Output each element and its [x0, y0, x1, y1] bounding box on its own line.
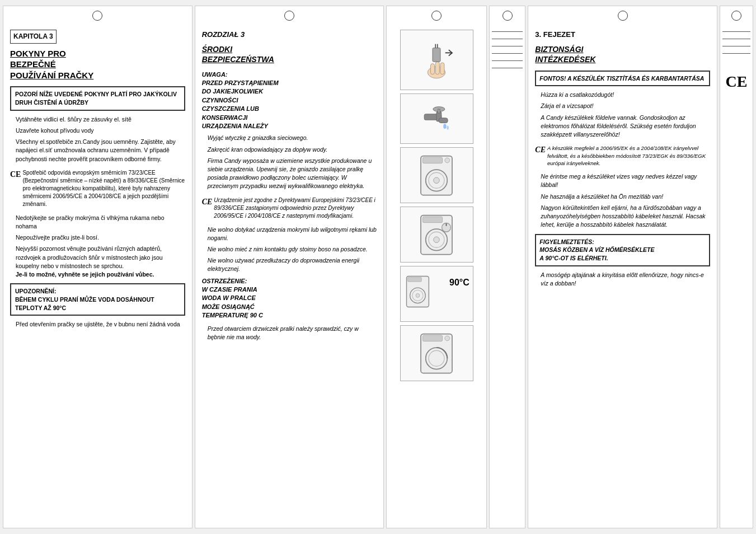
images-column: 90°C: [386, 6, 487, 528]
svg-point-17: [434, 177, 440, 184]
page-container: KAPITOLA 3 POKYNY PROBEZPEČNÉPOUŽÍVÁNÍ P…: [0, 0, 756, 534]
col5-section-box2: FIGYELMEZTETÉS:MOSÁS KÖZBEN A VÍZ HŐMÉRS…: [535, 234, 710, 266]
svg-point-30: [416, 293, 420, 297]
col5-para3: A Candy készülékek földelve vannak. Gond…: [541, 114, 710, 139]
col1-ce-text: Spotřebič odpovídá evropským směrnicím 7…: [22, 169, 185, 208]
divider-lines: [492, 31, 523, 68]
col2-para2: Zakręcić kran odpowiadający za dopływ wo…: [208, 146, 377, 154]
col5-para6: Nagyon körültekintően kell eljárni, ha a…: [541, 204, 710, 229]
svg-point-23: [434, 237, 440, 243]
svg-rect-1: [431, 63, 435, 74]
col5-para5: Ne használja a készüléket ha Ön mezítláb…: [541, 193, 710, 201]
h-line-5: [492, 60, 523, 61]
col1-para1: Vytáhněte vidlici el. šňůry ze zásuvky e…: [16, 115, 185, 124]
svg-rect-9: [439, 118, 448, 123]
col6-circle-marker: [731, 11, 741, 21]
washer-image1: [400, 147, 473, 203]
col1-warning-box2: UPOZORNĚNÍ:BĚHEM CYKLU PRANÍ MŮŽE VODA D…: [10, 283, 185, 316]
washer-image2: [400, 207, 473, 263]
col1-chapter: KAPITOLA 3: [10, 30, 57, 44]
svg-rect-31: [407, 278, 421, 282]
col3-circle-marker: [431, 11, 442, 21]
h-line-4: [492, 53, 523, 54]
col6-h-line-4: [722, 53, 750, 54]
czech-column: KAPITOLA 3 POKYNY PROBEZPEČNÉPOUŽÍVÁNÍ P…: [3, 6, 192, 528]
washer-image4: [400, 325, 473, 381]
svg-point-19: [445, 158, 450, 163]
col1-para3: Všechny el.spotřebiče zn.Candy jsou uemn…: [16, 138, 185, 163]
small-column: CE: [720, 6, 753, 528]
unplug-svg: [417, 36, 456, 84]
col1-warning-box: POZORÍ NÍŽE UVEDENÉ POKYNY PLATÍ PRO JAK…: [10, 86, 185, 110]
svg-rect-2: [436, 62, 440, 74]
col1-para6: Nejvyšší pozornost věnujte používání růz…: [16, 245, 185, 279]
col6-h-line-1: [722, 31, 750, 32]
unplug-image: [400, 30, 473, 90]
col2-warning-box2: OSTRZEŻENIE:W CZASIE PRANIAWODA W PRALCE…: [202, 277, 377, 320]
col1-main-title: POKYNY PROBEZPEČNÉPOUŽÍVÁNÍ PRAČKY: [10, 48, 185, 81]
col4-circle-marker: [503, 11, 513, 21]
polish-column: ROZDZIAŁ 3 ŚRODKIBEZPIECZEŃSTWA UWAGA:PR…: [195, 6, 384, 528]
hungarian-column: 3. FEJEZET BIZTONSÁGIINTÉZKEDÉSEK FONTOS…: [528, 6, 717, 528]
svg-rect-3: [440, 62, 444, 74]
col5-last-para: A mosógép ajtajának a kinyitása előtt el…: [541, 271, 710, 288]
col5-ce-icon: CE: [535, 144, 546, 156]
svg-point-12: [444, 124, 447, 129]
col2-chapter: ROZDZIAŁ 3: [202, 30, 245, 40]
tap-image: [400, 93, 473, 144]
col2-para5: Nie wolno mieć z nim kontaktu gdy stoimy…: [208, 245, 377, 254]
col1-circle-marker: [92, 11, 102, 21]
washer-svg2: [417, 211, 456, 259]
col2-para6: Nie wolno używać przedłużaczy do doprowa…: [208, 256, 377, 273]
col2-ce-block: CE Urządzenie jest zgodne z Dyrektywami …: [202, 196, 377, 220]
col5-para2: Zárja el a vízcsapot!: [541, 102, 710, 110]
svg-point-13: [447, 125, 449, 129]
col1-ce-icon: CE: [10, 169, 21, 180]
divider-column: [489, 6, 525, 528]
svg-rect-11: [438, 109, 440, 113]
col5-ce-block: CE A készülék megfelel a 2006/95/EK és a…: [535, 144, 710, 167]
col2-last-para: Przed otwarciem drzwiczek pralki należy …: [208, 325, 377, 341]
col5-section-box1: FONTOS! A KÉSZÜLÉK TISZTÍTÁSA ÉS KARBANT…: [535, 71, 710, 87]
svg-rect-18: [423, 157, 443, 163]
col2-ce-text: Urządzenie jest zgodne z Dyrektywami Eur…: [214, 196, 377, 220]
col2-para1: Wyjąć wtyczkę z gniazdka sieciowego.: [208, 134, 377, 142]
image-panel: 90°C: [393, 30, 480, 381]
col5-chapter: 3. FEJEZET: [535, 30, 575, 40]
col6-ce-symbol: CE: [722, 71, 750, 92]
h-line-2: [492, 39, 523, 39]
col2-para3: Firma Candy wyposaża w uziemiene wszystk…: [208, 157, 377, 191]
col6-h-line-3: [722, 46, 750, 46]
svg-rect-35: [423, 335, 443, 341]
col5-para1: Húzza ki a csatlakozódugót!: [541, 91, 710, 99]
col1-last-para: Před otevřením pračky se ujistěte, že v …: [16, 320, 185, 329]
col2-warning-box: UWAGA:PRZED PRZYSTĄPIENIEMDO JAKIEJKOLWI…: [202, 71, 377, 131]
col1-para2: Uzavřete kohout přívodu vody: [16, 127, 185, 135]
col1-para4: Nedotýkejte se pračky mokrýma či vlhkýma…: [16, 214, 185, 231]
col5-circle-marker: [618, 11, 628, 21]
h-line-3: [492, 46, 523, 46]
washer-svg4: [417, 330, 456, 377]
h-line-6: [492, 68, 523, 68]
svg-rect-24: [423, 217, 443, 223]
col2-main-title: ŚRODKIBEZPIECZEŃSTWA: [202, 44, 377, 64]
col5-para4: Ne érintse meg a készüléket vizes vagy n…: [541, 172, 710, 189]
col6-lines: [722, 31, 750, 54]
col2-circle-marker: [284, 11, 294, 21]
col5-main-title: BIZTONSÁGIINTÉZKEDÉSEK: [535, 44, 710, 64]
col1-para5: Nepoužívejte pračku jste-li bosí.: [16, 233, 185, 242]
svg-rect-4: [433, 48, 440, 62]
temp-label: 90°C: [449, 277, 469, 289]
svg-point-36: [445, 336, 450, 341]
col1-ce-block: CE Spotřebič odpovídá evropským směrnicí…: [10, 169, 185, 208]
tap-svg: [417, 95, 456, 143]
col2-ce-icon: CE: [202, 196, 213, 208]
washer-svg3: [403, 269, 434, 314]
h-line-1: [492, 31, 523, 32]
col2-para4: Nie wolno dotykać urządzenia mokrymi lub…: [208, 226, 377, 242]
washer-svg1: [417, 152, 456, 199]
col6-h-line-2: [722, 39, 750, 39]
washer-image3: 90°C: [400, 266, 473, 322]
col5-ce-text: A készülék megfelel a 2006/95/EK és a 20…: [547, 144, 710, 167]
